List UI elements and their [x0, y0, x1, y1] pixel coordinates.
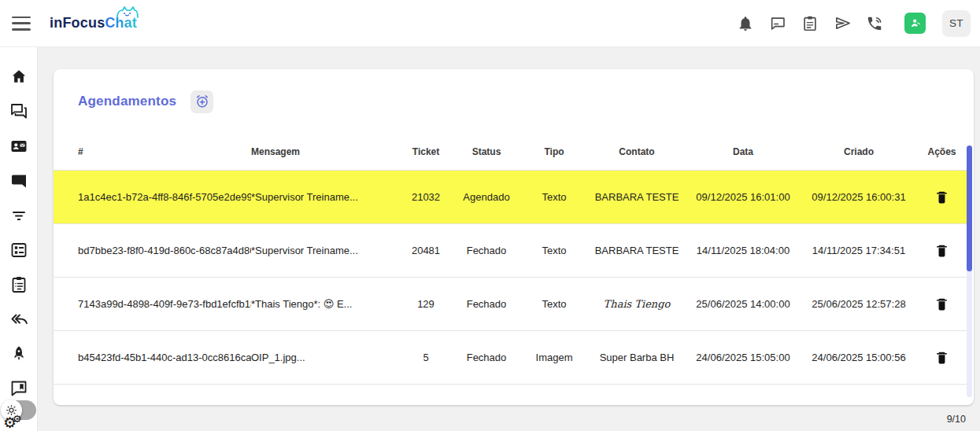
cell-criado: 09/12/2025 16:00:31: [801, 170, 917, 223]
cell-criado: 24/06/2025 15:00:56: [801, 330, 917, 384]
delete-button[interactable]: [931, 400, 952, 406]
sidebar-item-contacts[interactable]: [3, 129, 35, 164]
bell-icon: [737, 15, 754, 32]
sidebar-item-campaigns[interactable]: [3, 337, 35, 371]
sidebar-item-internal-chat[interactable]: [3, 164, 35, 198]
chat-filled-icon: [9, 171, 28, 190]
cell-mensagem: *Thais Tiengo*: 😍 E...: [251, 277, 399, 330]
sidebar-item-filters[interactable]: [3, 198, 35, 233]
new-contact-button[interactable]: [904, 13, 926, 34]
chat-bubble-icon: [769, 15, 786, 32]
sidebar-item-kanban[interactable]: [3, 233, 35, 267]
home-icon: [9, 68, 28, 87]
cell-contato: Thais Tiengo: [588, 277, 686, 330]
cell-mensagem: I...: [251, 384, 399, 405]
cell-tipo: Texto: [520, 223, 588, 277]
cell-status: Fechado: [453, 330, 520, 384]
cell-contato: BARBARA TESTE: [588, 223, 686, 277]
forum-icon: [9, 102, 28, 121]
table-row: 7143a99d-4898-409f-9e73-fbd1efcfb18d*Tha…: [54, 277, 967, 330]
trash-icon: [934, 296, 949, 312]
table-head: # Mensagem Ticket Status Tipo Contato Da…: [54, 134, 967, 170]
cell-id: 7143a99d-4898-409f-9e73-fbd1efcfb18d: [54, 277, 251, 330]
cell-data: 25/06/2025 14:00:00: [686, 277, 801, 330]
cell-id: bd7bbe23-f8f0-419d-860c-68c87a4d8683: [54, 223, 251, 277]
table-body: 1a1c4ec1-b72a-4ff8-846f-5705e2de99e2*Sup…: [54, 170, 967, 405]
alarm-plus-icon: [194, 94, 210, 109]
app-logo[interactable]: inFocusChat: [50, 15, 137, 31]
cell-contato: Super Barba BH: [588, 384, 686, 405]
cell-status: Fechado: [453, 384, 520, 405]
table-row: b45423fd-45b1-440c-ad13-0cc8616ca50dOIP_…: [54, 330, 967, 384]
logo-text-primary: inFocus: [50, 15, 105, 31]
send-message-button[interactable]: [832, 13, 852, 34]
cell-ticket: 21032: [399, 170, 453, 223]
cell-contato: Super Barba BH: [588, 330, 686, 384]
notifications-button[interactable]: [735, 13, 756, 34]
cell-acoes: [917, 384, 967, 405]
delete-button[interactable]: [931, 293, 952, 315]
cell-ticket: 129: [399, 277, 453, 330]
cell-acoes: [917, 223, 967, 277]
sidebar-item-tasks[interactable]: [3, 267, 35, 302]
cell-tipo: Texto: [520, 170, 588, 223]
card-header: Agendamentos: [54, 69, 974, 134]
cell-status: Fechado: [453, 277, 520, 330]
calls-button[interactable]: [864, 13, 885, 34]
menu-hamburger-icon[interactable]: [12, 17, 31, 31]
cell-data: 24/06/2025 15:05:00: [686, 384, 801, 405]
top-bar: inFocusChat: [0, 0, 980, 47]
cat-doodle-icon: [113, 6, 140, 18]
cell-acoes: [917, 330, 967, 384]
delete-button[interactable]: [931, 186, 952, 208]
col-header-tipo: Tipo: [520, 134, 588, 170]
scrollbar-track[interactable]: [967, 146, 972, 397]
phone-in-talk-icon: [866, 15, 883, 32]
cell-ticket: 7: [399, 384, 453, 405]
cell-status: Agendado: [453, 170, 520, 223]
scrollbar-thumb[interactable]: [967, 146, 972, 271]
cell-tipo: Imagem: [520, 384, 588, 405]
trash-icon: [934, 403, 949, 406]
col-header-criado: Criado: [801, 134, 917, 170]
agendamentos-table: # Mensagem Ticket Status Tipo Contato Da…: [54, 134, 967, 405]
table-row: 1a1c4ec1-b72a-4ff8-846f-5705e2de99e2*Sup…: [54, 170, 967, 223]
cell-criado: 25/06/2025 12:57:28: [801, 277, 917, 330]
filter-list-icon: [9, 206, 28, 225]
chat-button[interactable]: [767, 13, 788, 34]
topbar-actions: ST: [735, 10, 971, 37]
settings-gears-icon[interactable]: ⚙⚙: [3, 415, 26, 430]
cell-mensagem: OIP_1.jpg...: [251, 330, 399, 384]
col-header-mensagem: Mensagem: [251, 134, 399, 170]
col-header-contato: Contato: [588, 134, 686, 170]
cell-criado: 24/06/2025 15:00:57: [801, 384, 917, 405]
cell-data: 14/11/2025 18:04:00: [686, 223, 801, 277]
cell-acoes: [917, 277, 967, 330]
delete-button[interactable]: [931, 346, 952, 369]
col-header-data: Data: [686, 134, 801, 170]
table-row: bd7bbe23-f8f0-419d-860c-68c87a4d8683*Sup…: [54, 223, 967, 277]
agendamentos-card: Agendamentos # Mensagem Ticket Status Ti…: [54, 69, 974, 405]
col-header-ticket: Ticket: [399, 134, 453, 170]
person-icon: [908, 17, 922, 30]
avatar-initials: ST: [949, 17, 963, 29]
tasks-button[interactable]: [800, 13, 820, 34]
cell-contato: BARBARA TESTE: [588, 170, 686, 223]
user-avatar[interactable]: ST: [942, 10, 971, 37]
sidebar-item-home[interactable]: [3, 60, 35, 94]
send-icon: [834, 14, 852, 32]
add-schedule-button[interactable]: [190, 90, 213, 113]
col-header-status: Status: [453, 134, 520, 170]
cell-acoes: [917, 170, 967, 223]
cell-tipo: Texto: [520, 277, 588, 330]
sidebar-item-quick-replies[interactable]: [3, 302, 35, 337]
ballot-grid-icon: [9, 241, 28, 260]
col-header-id: #: [54, 134, 251, 170]
cell-status: Fechado: [453, 223, 520, 277]
sidebar-item-chats[interactable]: [3, 94, 35, 129]
cell-id: 1a1c4ec1-b72a-4ff8-846f-5705e2de99e2: [54, 170, 251, 223]
delete-button[interactable]: [931, 239, 952, 262]
cell-id: 0723-0903-4412-04b1-4bc500315: [54, 384, 251, 405]
cell-ticket: 5: [399, 330, 453, 384]
page-title: Agendamentos: [78, 94, 176, 109]
